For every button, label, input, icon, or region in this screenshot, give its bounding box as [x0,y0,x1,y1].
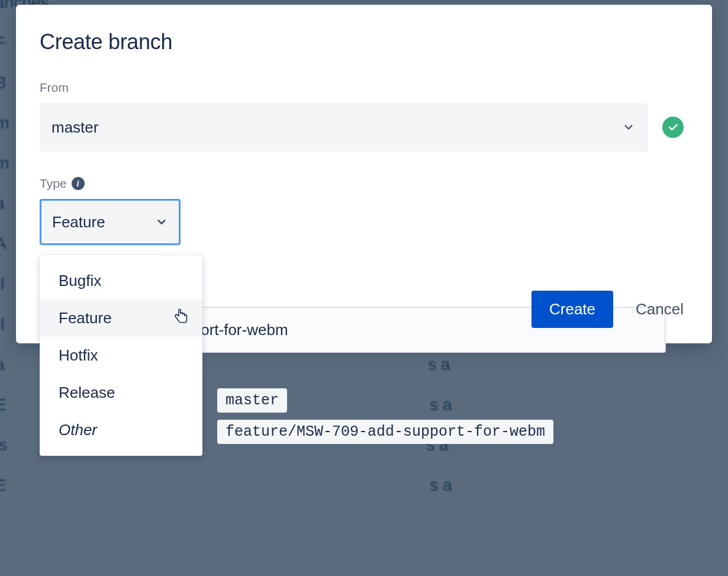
create-branch-modal: Create branch From master Type i Feature… [16,5,712,343]
type-select-value: Feature [52,213,105,231]
type-option-feature-label: Feature [59,309,112,327]
type-option-other[interactable]: Other [40,411,202,449]
type-option-feature[interactable]: Feature [40,300,202,337]
create-button[interactable]: Create [531,291,613,328]
source-branch-chip: master [217,388,287,413]
type-select[interactable]: Feature [40,199,181,245]
type-label: Type i [40,176,684,191]
modal-footer: Create Cancel [531,291,684,328]
type-option-bugfix[interactable]: Bugfix [40,262,202,300]
check-icon [662,117,684,138]
type-label-text: Type [40,176,67,191]
from-label: From [40,81,684,95]
from-branch-value: master [51,118,98,137]
chevron-down-icon [155,215,168,229]
type-option-hotfix[interactable]: Hotfix [40,337,202,374]
chevron-down-icon [622,121,635,134]
type-dropdown-menu: Bugfix Feature Hotfix Release Other [40,255,202,456]
cancel-button[interactable]: Cancel [636,300,684,318]
from-branch-select[interactable]: master [40,103,648,152]
target-branch-chip: feature/MSW-709-add-support-for-webm [217,420,553,444]
type-option-release[interactable]: Release [40,374,202,411]
info-icon[interactable]: i [72,177,85,190]
from-label-text: From [40,81,69,95]
cursor-hand-icon [173,308,189,330]
modal-title: Create branch [40,30,684,54]
